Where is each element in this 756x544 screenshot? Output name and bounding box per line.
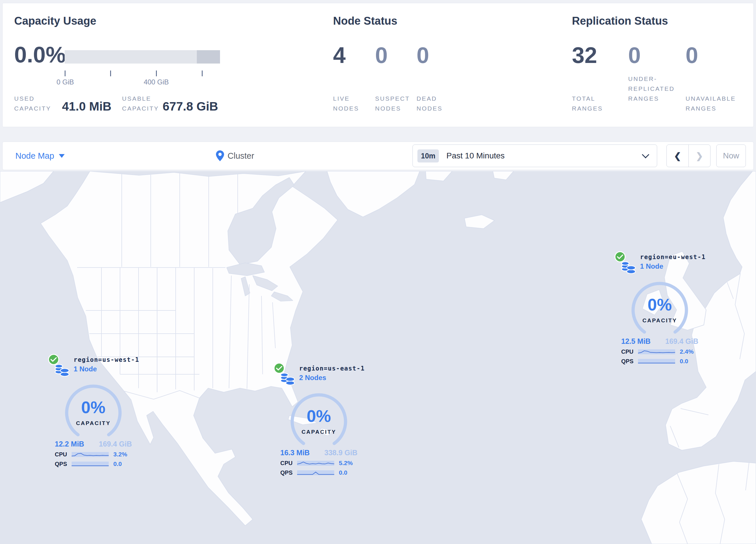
qps-label: QPS <box>280 469 297 476</box>
triangle-down-icon <box>59 154 65 158</box>
cpu-value: 3.2% <box>113 451 127 458</box>
qps-sparkline <box>72 462 109 467</box>
time-range-badge: 10m <box>417 149 439 162</box>
capacity-usage-percent: 0.0% <box>14 43 66 66</box>
map-greenland <box>327 171 420 217</box>
region-name: region=us-west-1 <box>74 356 139 363</box>
qps-value: 0.0 <box>339 469 347 476</box>
capacity-percent: 0% <box>288 406 349 426</box>
now-button[interactable]: Now <box>716 144 746 167</box>
cpu-label: CPU <box>621 349 638 355</box>
suspect-nodes-value: 0 <box>375 44 388 66</box>
time-range-label: Past 10 Minutes <box>446 151 643 160</box>
cpu-value: 5.2% <box>339 460 353 467</box>
cpu-sparkline <box>638 349 675 354</box>
node-status-title: Node Status <box>333 15 397 27</box>
chevron-down-icon <box>642 151 649 158</box>
map-north-africa <box>641 461 756 544</box>
cpu-value: 2.4% <box>680 348 694 355</box>
view-selector-label: Node Map <box>15 151 54 161</box>
region-node-count[interactable]: 1 Node <box>74 365 139 373</box>
capacity-percent: 0% <box>629 295 690 314</box>
replication-status-title: Replication Status <box>572 15 668 27</box>
map-iceland <box>464 215 495 228</box>
suspect-nodes-label: SUSPECT NODES <box>375 94 413 113</box>
qps-label: QPS <box>55 461 72 467</box>
live-nodes-value: 4 <box>333 44 346 66</box>
qps-sparkline <box>638 359 675 364</box>
dead-nodes-label: DEAD NODES <box>417 94 451 113</box>
unavailable-ranges-value: 0 <box>686 44 698 66</box>
location-pin-icon <box>216 150 224 161</box>
capacity-usage-bar <box>65 50 220 64</box>
unavailable-ranges-label: UNAVAILABLE RANGES <box>686 94 744 113</box>
capacity-gauge: 0% CAPACITY <box>629 280 690 337</box>
breadcrumb-label: Cluster <box>228 151 254 161</box>
under-replicated-ranges-value: 0 <box>628 44 641 66</box>
region-marker-eu-west-1[interactable]: region=eu-west-1 1 Node 0% CAPACITY 12.5… <box>616 252 703 365</box>
under-replicated-ranges-label: UNDER-REPLICATED RANGES <box>628 74 680 104</box>
time-step-back-button[interactable]: ❮ <box>667 145 689 167</box>
capacity-caption: CAPACITY <box>63 420 124 427</box>
time-range-dropdown[interactable]: 10m Past 10 Minutes <box>412 144 657 167</box>
region-marker-us-east-1[interactable]: region=us-east-1 2 Nodes 0% CAPACITY 16.… <box>275 363 362 476</box>
breadcrumb[interactable]: Cluster <box>216 142 254 170</box>
status-ok-icon <box>274 363 285 374</box>
status-ok-icon <box>48 354 59 365</box>
capacity-caption: CAPACITY <box>629 318 690 324</box>
cpu-label: CPU <box>55 451 72 458</box>
live-nodes-label: LIVE NODES <box>333 94 368 113</box>
capacity-usage-axis: 0 GiB 400 GiB <box>65 70 220 77</box>
cluster-summary-bar: Capacity Usage 0.0% 0 GiB 400 GiB USED C… <box>2 3 754 127</box>
region-name: region=eu-west-1 <box>640 253 706 260</box>
time-step-forward-button: ❯ <box>689 145 710 167</box>
cpu-sparkline <box>297 461 334 466</box>
dead-nodes-value: 0 <box>417 44 429 66</box>
time-step-buttons: ❮ ❯ <box>666 144 710 167</box>
capacity-usage-bar-nonusable <box>197 50 220 64</box>
region-node-count[interactable]: 1 Node <box>640 262 706 270</box>
cpu-label: CPU <box>280 460 297 467</box>
used-capacity-value: 41.0 MiB <box>62 99 111 113</box>
region-marker-us-west-1[interactable]: region=us-west-1 1 Node 0% CAPACITY 12.2… <box>50 355 137 467</box>
cpu-sparkline <box>72 452 109 457</box>
region-name: region=us-east-1 <box>299 365 365 372</box>
qps-value: 0.0 <box>680 358 688 365</box>
used-capacity-label: USED CAPACITY <box>14 94 63 113</box>
region-node-count[interactable]: 2 Nodes <box>299 374 365 382</box>
axis-tick-0gib: 0 GiB <box>57 78 74 86</box>
capacity-gauge: 0% CAPACITY <box>288 391 349 448</box>
capacity-percent: 0% <box>63 398 124 417</box>
map-toolbar: Node Map Cluster 10m Past 10 Minutes ❮ ❯… <box>2 141 754 170</box>
capacity-usage-section: Capacity Usage <box>14 15 96 27</box>
total-ranges-value: 32 <box>572 44 597 66</box>
qps-value: 0.0 <box>113 460 122 467</box>
map-alaska <box>0 171 54 202</box>
axis-tick-400gib: 400 GiB <box>144 78 169 86</box>
capacity-caption: CAPACITY <box>288 429 349 435</box>
capacity-usage-title: Capacity Usage <box>14 15 96 27</box>
total-ranges-label: TOTAL RANGES <box>572 94 610 113</box>
capacity-gauge: 0% CAPACITY <box>63 382 124 439</box>
usable-capacity-value: 677.8 GiB <box>163 99 218 113</box>
cockroachdb-node-map-page: { "header": { "capacity": { "title": "Ca… <box>0 0 756 544</box>
qps-sparkline <box>297 470 334 475</box>
view-selector-dropdown[interactable]: Node Map <box>15 142 65 170</box>
qps-label: QPS <box>621 358 638 365</box>
status-ok-icon <box>615 251 626 262</box>
